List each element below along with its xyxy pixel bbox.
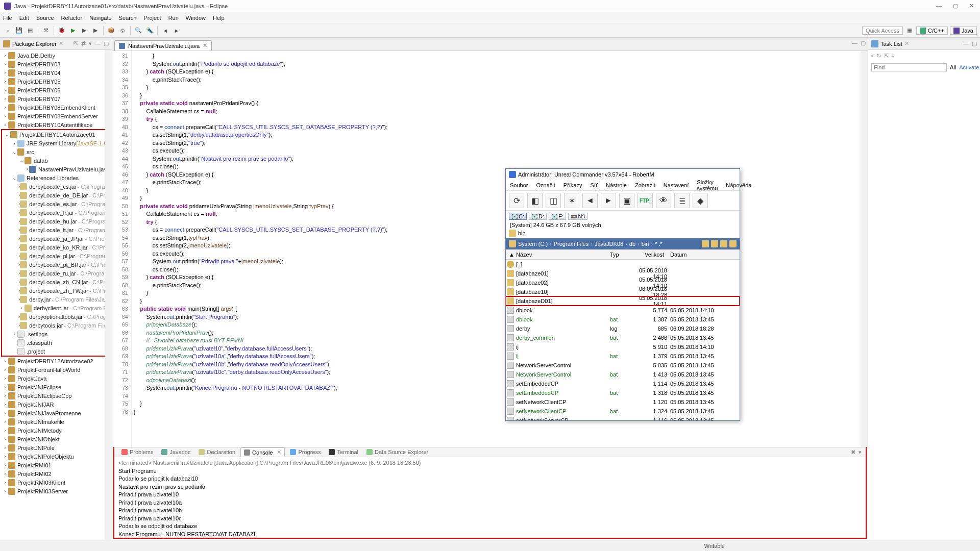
- uc-file-list[interactable]: [..][databaze01]05.05.2018 14:10[databaz…: [506, 260, 740, 420]
- save-button[interactable]: 💾: [14, 26, 23, 35]
- close-button[interactable]: ✕: [967, 3, 976, 9]
- back-button[interactable]: ◄: [161, 26, 170, 35]
- uc-file-row[interactable]: ijbat1 37905.05.2018 13:45: [506, 352, 740, 361]
- uc-path-seg[interactable]: System (C:): [518, 241, 548, 247]
- tree-item[interactable]: ›derbyLocale_fr.jar - C:\Program Fil: [2, 208, 110, 217]
- new-class-button[interactable]: ©: [118, 26, 127, 35]
- tab-problems[interactable]: Problems: [118, 448, 156, 456]
- tree-item[interactable]: ›ProjektJava: [0, 374, 112, 383]
- uc-path-seg[interactable]: JavaJDK08: [595, 241, 623, 247]
- uc-menu-oznacit[interactable]: Označit: [536, 182, 555, 188]
- tree-item[interactable]: ›ProjektFortranHalloWorld: [0, 365, 112, 374]
- menu-run[interactable]: Run: [168, 15, 179, 21]
- uc-drive-d[interactable]: 💽 D:: [529, 213, 547, 220]
- open-type-button[interactable]: 🔍: [134, 26, 143, 35]
- tree-item[interactable]: ›ProjektJNIPole: [0, 443, 112, 452]
- menu-window[interactable]: Window: [186, 15, 206, 21]
- uc-file-row[interactable]: ij5 91005.05.2018 14:10: [506, 342, 740, 352]
- perspective-java[interactable]: Java: [950, 27, 977, 35]
- menu-edit[interactable]: Edit: [19, 15, 29, 21]
- tree-item[interactable]: ›derbyLocale_es.jar - C:\Program Fil: [2, 199, 110, 208]
- uc-col-size[interactable]: Velikost: [634, 252, 667, 258]
- tab-terminal[interactable]: Terminal: [326, 448, 361, 456]
- uc-tab-label[interactable]: bin: [518, 230, 526, 236]
- tree-item[interactable]: ›derbyLocale_cs.jar - C:\Program Fil: [2, 182, 110, 191]
- uc-menu-napoveda[interactable]: Nápověda: [726, 182, 751, 188]
- uc-path-icon[interactable]: [729, 240, 737, 247]
- menu-help[interactable]: Help: [213, 15, 225, 21]
- menu-source[interactable]: Source: [36, 15, 54, 21]
- tree-item[interactable]: ›ProjektRMI03Klient: [0, 478, 112, 487]
- task-find-input[interactable]: [871, 63, 947, 71]
- search-button[interactable]: 🔦: [145, 26, 154, 35]
- uc-menu-zobrazit[interactable]: Zobrazit: [635, 182, 655, 188]
- editor-maximize-icon[interactable]: ▢: [861, 40, 866, 46]
- uc-file-row[interactable]: setEmbeddedCPbat1 31805.05.2018 13:45: [506, 388, 740, 397]
- uc-col-type[interactable]: Typ: [607, 252, 634, 258]
- debug-button[interactable]: 🐞: [57, 26, 66, 35]
- tree-item[interactable]: ›derbytools.jar - C:\Program Files\: [2, 321, 110, 330]
- tree-item[interactable]: ›ProjektDERBY04: [0, 68, 112, 77]
- editor-tab-active[interactable]: NastaveniPravUzivatelu.java ✕: [114, 40, 212, 51]
- uc-file-row[interactable]: [databaze01]05.05.2018 14:10: [506, 269, 740, 278]
- uc-file-row[interactable]: setNetworkClientCP1 12005.05.2018 13:45: [506, 397, 740, 407]
- uc-dark-button[interactable]: ◆: [693, 193, 708, 208]
- tree-item[interactable]: ›derbyLocale_zh_TW.jar - C:\Program Fil: [2, 286, 110, 295]
- uc-menu-prikazy[interactable]: Příkazy: [564, 182, 582, 188]
- saveall-button[interactable]: ▤: [26, 26, 35, 35]
- link-editor-icon[interactable]: ⇄: [81, 40, 86, 47]
- source-text[interactable]: } System.out.println("Podarilo se odpoji…: [132, 51, 868, 447]
- uc-file-row[interactable]: setEmbeddedCP1 11405.05.2018 13:45: [506, 379, 740, 388]
- package-explorer-tree[interactable]: ›Java.DB.Derby›ProjektDERBY03›ProjektDER…: [0, 50, 112, 540]
- tab-console[interactable]: Console✕: [240, 447, 285, 457]
- tree-item[interactable]: .classpath: [2, 338, 110, 347]
- new-package-button[interactable]: 📦: [107, 26, 116, 35]
- tab-progress[interactable]: Progress: [287, 448, 324, 456]
- forward-button[interactable]: ►: [172, 26, 181, 35]
- editor-tab-close-icon[interactable]: ✕: [203, 42, 207, 49]
- console-menu-icon[interactable]: ▾: [859, 449, 862, 456]
- open-perspective-button[interactable]: ▦: [905, 26, 914, 35]
- console-output[interactable]: <terminated> NastaveniPravUzivatelu [Jav…: [114, 457, 866, 540]
- tree-item[interactable]: ›derbyLocale_zh_CN.jar - C:\Program Fil: [2, 278, 110, 286]
- uc-box-button[interactable]: ▣: [619, 193, 634, 208]
- uc-ftp-button[interactable]: FTP:: [638, 193, 653, 208]
- uc-col-name[interactable]: Název: [513, 252, 607, 258]
- uc-file-row[interactable]: dblookbat1 38705.05.2018 13:45: [506, 315, 740, 324]
- uc-path-up[interactable]: * .*: [655, 241, 663, 247]
- tree-item[interactable]: ›NastaveniPravUzivatelu.java: [2, 165, 110, 173]
- tree-item[interactable]: ›ProjektDERBY10Autentifikace: [0, 120, 112, 129]
- tree-item[interactable]: ›derbyLocale_pt_BR.jar - C:\Program Fil: [2, 260, 110, 269]
- uc-path-icon[interactable]: [702, 240, 709, 247]
- tree-item[interactable]: ›.settings: [2, 330, 110, 338]
- tab-dse[interactable]: Data Source Explorer: [363, 448, 431, 456]
- tree-item[interactable]: ›derbyclient.jar - C:\Program Fil: [2, 304, 110, 312]
- uc-split-button[interactable]: ◫: [546, 193, 561, 208]
- uc-menu-slozky[interactable]: Složky systému: [697, 179, 718, 191]
- uc-menu-soubor[interactable]: Soubor: [510, 182, 528, 188]
- uc-file-row[interactable]: [databaze02]05.05.2018 14:10: [506, 278, 740, 287]
- tree-item[interactable]: ›JRE System Library [JavaSE-1.8]: [2, 139, 110, 147]
- tree-item[interactable]: ›derby.jar - C:\Program Files\JavaJD: [2, 295, 110, 304]
- tree-item[interactable]: ›ProjektDERBY08EmbendKlient: [0, 103, 112, 112]
- uc-breadcrumb[interactable]: System (C:)› Program Files› JavaJDK08› d…: [506, 238, 740, 249]
- tab-declaration[interactable]: Declaration: [195, 448, 238, 456]
- tree-item[interactable]: ›ProjektJNIPoleObjektu: [0, 452, 112, 461]
- tree-item[interactable]: ›ProjektJNIObjekt: [0, 435, 112, 443]
- tree-item[interactable]: ⌄datab: [2, 156, 110, 165]
- uc-path-icon[interactable]: [711, 240, 718, 247]
- view-menu-icon[interactable]: ▾: [89, 40, 92, 47]
- tree-item[interactable]: ›derbyLocale_de_DE.jar - C:\Program: [2, 191, 110, 199]
- tree-item[interactable]: ›ProjektDERBY06: [0, 86, 112, 94]
- collapse-all-icon[interactable]: ⇱: [74, 40, 78, 47]
- uc-refresh-button[interactable]: ⟳: [509, 193, 524, 208]
- uc-back-button[interactable]: ◄: [582, 193, 598, 208]
- task-activate-link[interactable]: Activate...: [959, 64, 980, 70]
- uc-forward-button[interactable]: ►: [601, 193, 616, 208]
- tree-item[interactable]: ⌄src: [2, 147, 110, 156]
- uc-drive-e[interactable]: 💽 E:: [549, 213, 566, 220]
- tree-item[interactable]: ›ProjektDERBY12Autorizace02: [0, 357, 112, 365]
- uc-drive-c[interactable]: 💽 C:: [509, 213, 527, 220]
- task-close-icon[interactable]: ✕: [904, 40, 909, 47]
- tree-item[interactable]: ›ProjektRMI03Server: [0, 487, 112, 495]
